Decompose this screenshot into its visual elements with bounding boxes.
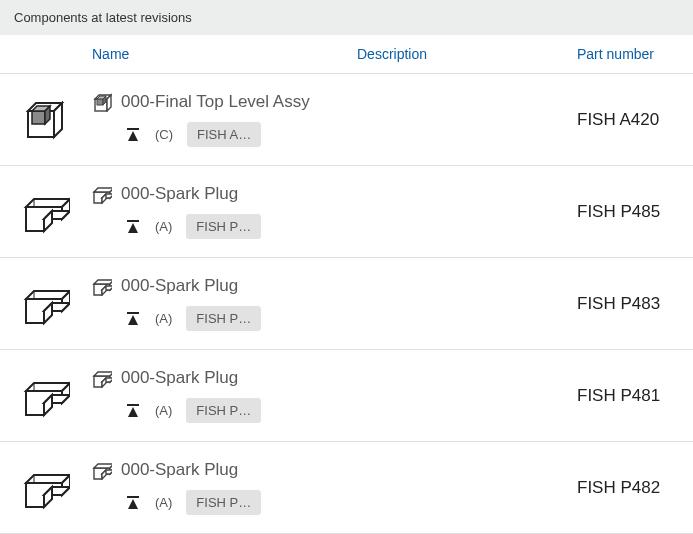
column-header-name[interactable]: Name bbox=[92, 46, 357, 62]
row-title-line: 000-Spark Plug bbox=[92, 460, 357, 480]
column-headers: Name Description Part number bbox=[0, 35, 693, 74]
release-status-icon bbox=[125, 311, 141, 327]
part-number-chip[interactable]: FISH P… bbox=[186, 306, 261, 331]
table-row[interactable]: 000-Spark Plug (A) FISH P… FISH P481 bbox=[0, 350, 693, 442]
part-number: FISH P483 bbox=[577, 294, 693, 314]
revision-label: (A) bbox=[155, 403, 172, 418]
row-thumbnail bbox=[0, 373, 92, 419]
row-meta-line: (A) FISH P… bbox=[92, 490, 357, 515]
row-main: 000-Spark Plug (A) FISH P… bbox=[92, 368, 357, 423]
assembly-icon bbox=[92, 92, 112, 112]
column-header-description[interactable]: Description bbox=[357, 46, 577, 62]
row-main: 000-Spark Plug (A) FISH P… bbox=[92, 276, 357, 331]
component-name[interactable]: 000-Spark Plug bbox=[121, 460, 238, 480]
revision-label: (A) bbox=[155, 219, 172, 234]
row-main: 000-Spark Plug (A) FISH P… bbox=[92, 460, 357, 515]
part-thumbnail-icon bbox=[22, 373, 70, 419]
row-thumbnail bbox=[0, 189, 92, 235]
part-number-chip[interactable]: FISH A… bbox=[187, 122, 261, 147]
row-title-line: 000-Spark Plug bbox=[92, 368, 357, 388]
part-icon bbox=[92, 276, 112, 296]
component-name[interactable]: 000-Final Top Level Assy bbox=[121, 92, 310, 112]
part-number-chip[interactable]: FISH P… bbox=[186, 214, 261, 239]
part-icon bbox=[92, 184, 112, 204]
part-thumbnail-icon bbox=[22, 281, 70, 327]
revision-label: (A) bbox=[155, 495, 172, 510]
row-title-line: 000-Final Top Level Assy bbox=[92, 92, 357, 112]
row-thumbnail bbox=[0, 465, 92, 511]
part-icon bbox=[92, 368, 112, 388]
row-title-line: 000-Spark Plug bbox=[92, 184, 357, 204]
row-thumbnail bbox=[0, 281, 92, 327]
col-spacer bbox=[0, 46, 92, 62]
row-main: 000-Spark Plug (A) FISH P… bbox=[92, 184, 357, 239]
section-header: Components at latest revisions bbox=[0, 0, 693, 35]
assembly-thumbnail-icon bbox=[22, 97, 70, 143]
row-thumbnail bbox=[0, 97, 92, 143]
row-meta-line: (A) FISH P… bbox=[92, 214, 357, 239]
component-name[interactable]: 000-Spark Plug bbox=[121, 184, 238, 204]
release-status-icon bbox=[125, 127, 141, 143]
component-name[interactable]: 000-Spark Plug bbox=[121, 368, 238, 388]
component-name[interactable]: 000-Spark Plug bbox=[121, 276, 238, 296]
table-row[interactable]: 000-Spark Plug (A) FISH P… FISH P485 bbox=[0, 166, 693, 258]
table-row[interactable]: 000-Final Top Level Assy (C) FISH A… FIS… bbox=[0, 74, 693, 166]
part-number: FISH P485 bbox=[577, 202, 693, 222]
part-number: FISH A420 bbox=[577, 110, 693, 130]
rows-container: 000-Final Top Level Assy (C) FISH A… FIS… bbox=[0, 74, 693, 534]
release-status-icon bbox=[125, 495, 141, 511]
table-row[interactable]: 000-Spark Plug (A) FISH P… FISH P483 bbox=[0, 258, 693, 350]
release-status-icon bbox=[125, 403, 141, 419]
row-title-line: 000-Spark Plug bbox=[92, 276, 357, 296]
part-thumbnail-icon bbox=[22, 465, 70, 511]
part-number: FISH P481 bbox=[577, 386, 693, 406]
release-status-icon bbox=[125, 219, 141, 235]
section-title: Components at latest revisions bbox=[14, 10, 192, 25]
row-meta-line: (A) FISH P… bbox=[92, 306, 357, 331]
table-row[interactable]: 000-Spark Plug (A) FISH P… FISH P482 bbox=[0, 442, 693, 534]
part-icon bbox=[92, 460, 112, 480]
part-thumbnail-icon bbox=[22, 189, 70, 235]
part-number-chip[interactable]: FISH P… bbox=[186, 490, 261, 515]
revision-label: (C) bbox=[155, 127, 173, 142]
part-number-chip[interactable]: FISH P… bbox=[186, 398, 261, 423]
revision-label: (A) bbox=[155, 311, 172, 326]
row-meta-line: (A) FISH P… bbox=[92, 398, 357, 423]
column-header-part-number[interactable]: Part number bbox=[577, 46, 693, 62]
part-number: FISH P482 bbox=[577, 478, 693, 498]
row-meta-line: (C) FISH A… bbox=[92, 122, 357, 147]
row-main: 000-Final Top Level Assy (C) FISH A… bbox=[92, 92, 357, 147]
